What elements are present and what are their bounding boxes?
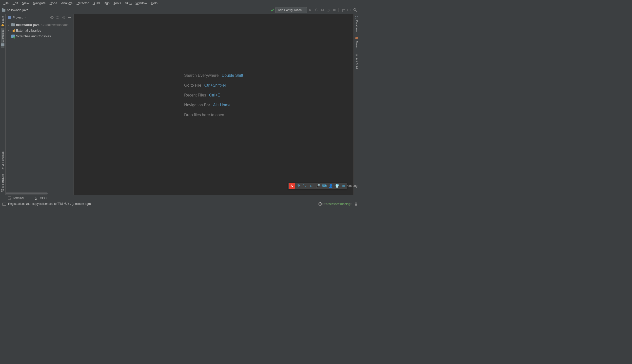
coverage-icon[interactable] bbox=[320, 8, 325, 12]
svg-point-25 bbox=[63, 17, 64, 18]
svg-rect-6 bbox=[333, 9, 335, 11]
menu-edit[interactable]: Edit bbox=[11, 0, 20, 6]
menu-help[interactable]: Help bbox=[149, 0, 160, 6]
hide-icon[interactable] bbox=[68, 16, 72, 20]
status-text: Registration: Your copy is licensed to 正… bbox=[8, 202, 91, 206]
star-icon: ★ bbox=[1, 166, 4, 170]
hint-shortcut: Ctrl+E bbox=[209, 93, 220, 98]
ime-skin-icon[interactable]: 👕 bbox=[334, 183, 340, 188]
profiler-icon[interactable] bbox=[326, 8, 331, 12]
ant-label: Ant Build bbox=[355, 58, 358, 69]
svg-rect-8 bbox=[343, 9, 345, 10]
tree-label: helloworld-java bbox=[16, 23, 40, 27]
welcome-hints: Search EverywhereDouble ShiftGo to FileC… bbox=[184, 73, 243, 117]
debug-icon[interactable] bbox=[314, 8, 319, 12]
maven-icon: m bbox=[355, 36, 358, 40]
tree-label: External Libraries bbox=[16, 29, 41, 32]
structure-icon[interactable] bbox=[341, 8, 346, 12]
terminal-icon bbox=[8, 196, 11, 200]
ime-keyboard-icon[interactable]: ⌨ bbox=[321, 183, 327, 188]
ime-toolbar[interactable]: S 中 °， ☺ 🎤 ⌨ 👤 👕 ⊞ bbox=[288, 182, 347, 189]
breadcrumb[interactable]: helloworld-java bbox=[2, 8, 29, 12]
ime-user-icon[interactable]: 👤 bbox=[328, 183, 333, 188]
hint-shortcut: Double Shift bbox=[222, 73, 243, 78]
menu-analyze[interactable]: Analyze bbox=[59, 0, 75, 6]
ime-lang[interactable]: 中 bbox=[296, 183, 301, 188]
menu-build[interactable]: Build bbox=[91, 0, 102, 6]
todo-tab[interactable]: 6: TODO bbox=[30, 196, 47, 200]
stop-icon[interactable] bbox=[332, 8, 336, 12]
svg-line-12 bbox=[356, 10, 357, 12]
tree-row-libraries[interactable]: ▶ External Libraries bbox=[6, 28, 74, 33]
left-gutter: Learn 1: Project 2: Favorites ★ 7: Struc… bbox=[0, 14, 6, 195]
svg-rect-14 bbox=[1, 189, 3, 190]
ime-punct-icon[interactable]: °， bbox=[302, 183, 308, 188]
maven-tab[interactable]: m Maven bbox=[355, 34, 358, 51]
gear-icon[interactable] bbox=[62, 16, 66, 20]
hint-label: Go to File bbox=[184, 83, 201, 88]
lock-icon[interactable] bbox=[354, 202, 357, 206]
menu-vcs[interactable]: VCS bbox=[123, 0, 134, 6]
menu-code[interactable]: Code bbox=[48, 0, 59, 6]
processes-text: 2 processes running... bbox=[323, 202, 353, 206]
tree-path: C:\tools\workspace bbox=[42, 23, 69, 27]
hint-row: Recent FilesCtrl+E bbox=[184, 93, 243, 98]
menu-file[interactable]: File bbox=[2, 0, 11, 6]
favorites-tab[interactable]: 2: Favorites ★ bbox=[1, 150, 4, 172]
svg-rect-4 bbox=[323, 9, 324, 11]
learn-icon bbox=[1, 24, 5, 26]
svg-point-11 bbox=[354, 9, 356, 11]
separator bbox=[338, 8, 339, 12]
structure-tab[interactable]: 7: Structure bbox=[1, 172, 4, 195]
menu-navigate[interactable]: Navigate bbox=[31, 0, 48, 6]
chevron-right-icon[interactable]: ▶ bbox=[8, 29, 10, 32]
hint-shortcut: Alt+Home bbox=[213, 103, 231, 107]
svg-line-3 bbox=[317, 9, 318, 10]
ant-tab[interactable]: ✶ Ant Build bbox=[355, 51, 358, 71]
screen-icon[interactable] bbox=[347, 8, 352, 12]
ime-emoji-icon[interactable]: ☺ bbox=[309, 183, 314, 188]
editor-area[interactable]: Search EverywhereDouble ShiftGo to FileC… bbox=[74, 14, 354, 195]
folder-icon bbox=[2, 9, 6, 12]
project-tab[interactable]: 1: Project bbox=[1, 28, 5, 48]
menu-tools[interactable]: Tools bbox=[112, 0, 123, 6]
expand-icon[interactable] bbox=[56, 16, 60, 20]
menu-run[interactable]: Run bbox=[102, 0, 112, 6]
svg-rect-9 bbox=[342, 10, 343, 12]
main-area: Learn 1: Project 2: Favorites ★ 7: Struc… bbox=[0, 14, 359, 195]
hint-shortcut: Ctrl+Shift+N bbox=[204, 83, 226, 88]
tree-row-scratches[interactable]: Scratches and Consoles bbox=[6, 33, 74, 39]
search-icon[interactable] bbox=[353, 8, 357, 12]
terminal-tab[interactable]: Terminal bbox=[8, 196, 24, 200]
breadcrumb-label: helloworld-java bbox=[7, 8, 29, 12]
tree-row-project[interactable]: ▶ helloworld-java C:\tools\workspace bbox=[6, 22, 74, 28]
status-window-icon[interactable] bbox=[3, 202, 6, 206]
hint-row: Go to FileCtrl+Shift+N bbox=[184, 83, 243, 88]
ime-logo[interactable]: S bbox=[289, 183, 295, 189]
add-configuration-button[interactable]: Add Configuration... bbox=[275, 7, 307, 13]
chevron-right-icon[interactable]: ▶ bbox=[8, 24, 10, 26]
svg-line-2 bbox=[315, 9, 315, 10]
menu-window[interactable]: Window bbox=[134, 0, 149, 6]
build-icon[interactable] bbox=[270, 8, 274, 12]
svg-rect-10 bbox=[347, 9, 351, 11]
status-processes[interactable]: 2 processes running... bbox=[318, 202, 353, 206]
svg-point-18 bbox=[52, 17, 52, 18]
learn-label: Learn bbox=[1, 16, 4, 23]
locate-icon[interactable] bbox=[50, 16, 54, 20]
todo-icon bbox=[30, 196, 33, 200]
database-tab[interactable]: Database bbox=[355, 14, 358, 34]
horizontal-scrollbar[interactable] bbox=[6, 192, 74, 195]
maven-label: Maven bbox=[355, 41, 358, 49]
menu-refactor[interactable]: Refactor bbox=[75, 0, 91, 6]
run-icon[interactable] bbox=[308, 8, 313, 12]
hint-label: Recent Files bbox=[184, 93, 206, 98]
ime-mic-icon[interactable]: 🎤 bbox=[315, 183, 320, 188]
menu-view[interactable]: View bbox=[20, 0, 31, 6]
project-view-selector[interactable]: Project ▼ bbox=[8, 16, 48, 19]
status-bar: Registration: Your copy is licensed to 正… bbox=[0, 201, 359, 207]
ime-toolbox-icon[interactable]: ⊞ bbox=[341, 183, 346, 188]
project-tree[interactable]: ▶ helloworld-java C:\tools\workspace ▶ E… bbox=[6, 21, 74, 192]
hint-label: Drop files here to open bbox=[184, 113, 224, 117]
learn-tab[interactable]: Learn bbox=[1, 14, 5, 28]
